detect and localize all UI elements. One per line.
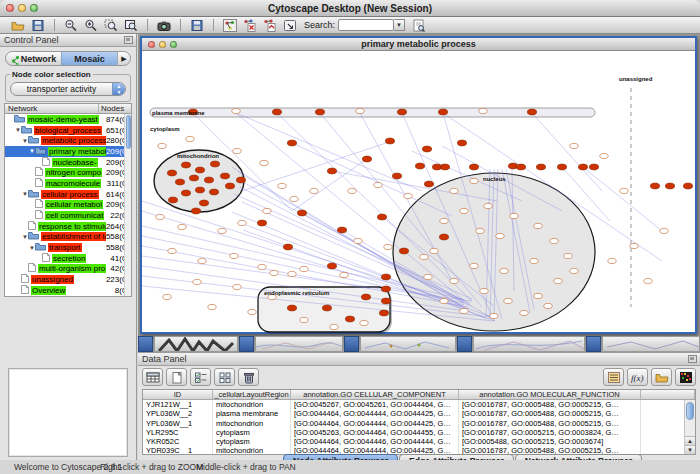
graph-node[interactable] <box>550 238 558 243</box>
scroll-up-icon[interactable]: ▲ <box>685 436 695 445</box>
graph-node[interactable] <box>158 143 166 148</box>
tree-row[interactable]: ▼primary metabol209(0) <box>5 146 131 157</box>
network-graph[interactable]: plasma membranecytoplasmmitochondrionnuc… <box>142 51 695 334</box>
graph-node[interactable] <box>348 188 356 193</box>
graph-node[interactable] <box>404 193 412 198</box>
search-dropdown-icon[interactable]: ▼ <box>394 19 405 31</box>
graph-node[interactable] <box>496 233 504 238</box>
graph-node-highlighted[interactable] <box>457 140 466 146</box>
graph-node[interactable] <box>570 143 578 148</box>
zoom-out-icon[interactable] <box>61 18 81 33</box>
tab-network[interactable]: Network <box>6 52 61 66</box>
graph-node[interactable] <box>354 238 362 243</box>
graph-node[interactable] <box>248 309 256 314</box>
column-header-molecular-function[interactable]: annotation.GO MOLECULAR_FUNCTION <box>459 390 641 399</box>
graph-node-highlighted[interactable] <box>439 234 448 240</box>
scroll-down-icon[interactable]: ▼ <box>685 445 695 454</box>
table-scrollbar[interactable]: ▲ ▼ <box>684 400 695 454</box>
graph-node-highlighted[interactable] <box>297 210 306 216</box>
help-lifesaver-icon[interactable] <box>187 18 207 33</box>
tab-mosaic[interactable]: Mosaic <box>61 52 117 66</box>
graph-node[interactable] <box>544 303 552 308</box>
zoom-selected-region-icon[interactable] <box>101 18 121 33</box>
graph-node[interactable] <box>484 203 492 208</box>
graph-node[interactable] <box>430 248 438 253</box>
heatmap-icon[interactable] <box>675 368 696 386</box>
tree-row[interactable]: ▼metabolic process280(0) <box>5 135 131 146</box>
graph-node-highlighted[interactable] <box>650 183 659 189</box>
graph-node[interactable] <box>554 278 562 283</box>
graph-node[interactable] <box>233 284 241 289</box>
graph-node[interactable] <box>168 248 176 253</box>
graph-node[interactable] <box>570 268 578 273</box>
tree-column-network[interactable]: Network <box>5 104 99 113</box>
graph-node[interactable] <box>630 243 638 248</box>
combo-stepper-icon[interactable]: ▲▼ <box>112 83 125 95</box>
network-canvas[interactable]: plasma membranecytoplasmmitochondrionnuc… <box>142 51 695 332</box>
table-row[interactable]: YKR052Ccytoplasm[GO:0044464, GO:0044446,… <box>143 437 695 446</box>
graph-node[interactable] <box>208 304 216 309</box>
graph-node-highlighted[interactable] <box>225 183 234 189</box>
more-tabs-button[interactable]: ▶ <box>117 52 130 66</box>
column-header-cellular-component[interactable]: annotation.GO CELLULAR_COMPONENT <box>291 390 459 399</box>
graph-node[interactable] <box>530 258 538 263</box>
graph-node-highlighted[interactable] <box>337 227 346 233</box>
delete-attribute-icon[interactable] <box>238 368 259 386</box>
graph-node[interactable] <box>340 272 348 277</box>
graph-node-highlighted[interactable] <box>191 208 200 214</box>
graph-node-highlighted[interactable] <box>422 146 431 152</box>
import-attributes-icon[interactable] <box>651 368 672 386</box>
tree-row[interactable]: response to stimulu264(0) <box>5 221 131 232</box>
network-view-window[interactable]: primary metabolic process plasma membran… <box>140 36 697 334</box>
graph-node[interactable] <box>288 271 296 276</box>
graph-node[interactable] <box>620 188 628 193</box>
graph-node-highlighted[interactable] <box>381 286 390 292</box>
table-row[interactable]: YLR295Ccytoplasm[GO:0045263, GO:0044464,… <box>143 428 695 437</box>
graph-node[interactable] <box>300 266 308 271</box>
graph-node-highlighted[interactable] <box>557 164 566 170</box>
tree-row[interactable]: ▼cellular process614(0) <box>5 189 131 200</box>
tree-row[interactable]: Overview8(0) <box>5 285 131 296</box>
graph-node-highlighted[interactable] <box>287 140 296 146</box>
graph-node[interactable] <box>608 258 616 263</box>
graph-node-highlighted[interactable] <box>399 248 408 254</box>
graph-node[interactable] <box>263 208 271 213</box>
attribute-table-icon[interactable] <box>142 368 163 386</box>
float-panel-icon[interactable] <box>688 355 697 363</box>
graph-node-highlighted[interactable] <box>578 164 587 170</box>
network-view-icon[interactable] <box>220 18 240 33</box>
graph-node[interactable] <box>440 298 448 303</box>
tree-row[interactable]: ▼transport558(0) <box>5 242 131 253</box>
float-panel-icon[interactable] <box>124 36 133 44</box>
graph-node-highlighted[interactable] <box>195 187 204 193</box>
graph-node-highlighted[interactable] <box>236 177 245 183</box>
graph-node[interactable] <box>198 258 206 263</box>
graph-node[interactable] <box>420 254 428 259</box>
tree-row[interactable]: ▼establishment of lo558(0) <box>5 232 131 243</box>
graph-node[interactable] <box>270 270 278 275</box>
graph-node[interactable] <box>470 263 478 268</box>
graph-node-highlighted[interactable] <box>424 181 433 187</box>
mitochondrion-region[interactable] <box>154 150 244 212</box>
graph-node[interactable] <box>600 153 608 158</box>
save-session-icon[interactable] <box>28 18 48 33</box>
graph-node-highlighted[interactable] <box>257 220 266 226</box>
graph-node-highlighted[interactable] <box>665 183 674 189</box>
graph-node[interactable] <box>479 108 487 113</box>
table-row[interactable]: YJR121W__1mitochondrion[GO:0045267, GO:0… <box>143 400 695 409</box>
graph-node[interactable] <box>384 244 392 249</box>
birdseye-view[interactable] <box>8 368 128 457</box>
tree-row[interactable]: cellular metabol209(0) <box>5 200 131 211</box>
graph-node[interactable] <box>520 310 528 315</box>
graph-node[interactable] <box>460 208 468 213</box>
graph-node[interactable] <box>564 253 572 258</box>
graph-node-highlighted[interactable] <box>361 294 370 300</box>
destroy-view-icon[interactable] <box>240 18 260 33</box>
graph-node-highlighted[interactable] <box>209 189 218 195</box>
graph-node-highlighted[interactable] <box>377 214 386 220</box>
graph-node-highlighted[interactable] <box>362 156 371 162</box>
graph-node-highlighted[interactable] <box>181 190 190 196</box>
graph-node-highlighted[interactable] <box>397 109 406 115</box>
graph-node[interactable] <box>504 298 512 303</box>
zoom-in-icon[interactable] <box>81 18 101 33</box>
